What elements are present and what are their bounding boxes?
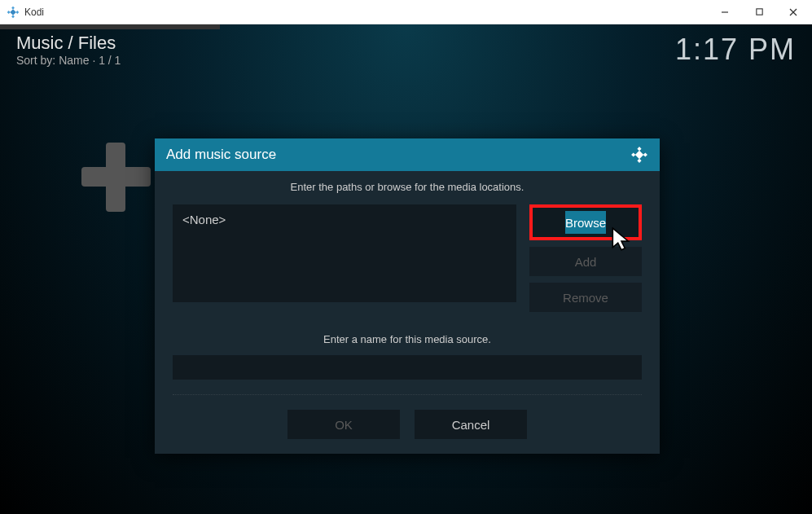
plus-icon: [81, 143, 151, 212]
clock: 1:17 PM: [675, 33, 796, 67]
window-title-bar: Kodi: [0, 0, 812, 24]
add-music-source-modal: Add music source Enter the paths or brow…: [155, 138, 660, 454]
mouse-cursor-icon: [611, 226, 632, 253]
svg-rect-10: [637, 159, 641, 163]
breadcrumb-path: Music / Files: [16, 33, 121, 54]
remove-button[interactable]: Remove: [529, 283, 642, 312]
svg-rect-12: [643, 152, 647, 156]
svg-rect-6: [756, 9, 762, 15]
window-title-text: Kodi: [24, 7, 713, 18]
maximize-button[interactable]: [747, 4, 771, 20]
source-paths-list[interactable]: <None>: [173, 204, 516, 302]
modal-header: Add music source: [155, 138, 660, 171]
svg-rect-3: [15, 11, 19, 14]
close-button[interactable]: [781, 4, 805, 20]
page-indicator: 1 / 1: [99, 54, 121, 67]
svg-rect-4: [10, 9, 16, 15]
cancel-button[interactable]: Cancel: [415, 410, 527, 439]
source-path-item[interactable]: <None>: [182, 213, 507, 226]
instruction-paths: Enter the paths or browse for the media …: [173, 181, 642, 193]
svg-rect-13: [635, 151, 643, 159]
svg-rect-1: [11, 15, 15, 18]
sort-label[interactable]: Sort by: Name: [16, 54, 89, 67]
add-source-tile[interactable]: [81, 143, 155, 232]
top-artifact: [0, 24, 220, 29]
svg-rect-2: [7, 11, 11, 14]
svg-rect-9: [637, 147, 641, 151]
breadcrumb: Music / Files Sort by: Name · 1 / 1: [16, 33, 121, 67]
minimize-button[interactable]: [713, 4, 737, 20]
kodi-logo-icon: [630, 146, 648, 164]
svg-rect-11: [631, 152, 635, 156]
instruction-name: Enter a name for this media source.: [173, 333, 642, 345]
media-source-name-input[interactable]: [173, 355, 642, 380]
svg-rect-0: [11, 6, 15, 9]
modal-title: Add music source: [166, 147, 276, 163]
kodi-logo-icon: [7, 6, 20, 19]
ok-button[interactable]: OK: [287, 410, 400, 439]
